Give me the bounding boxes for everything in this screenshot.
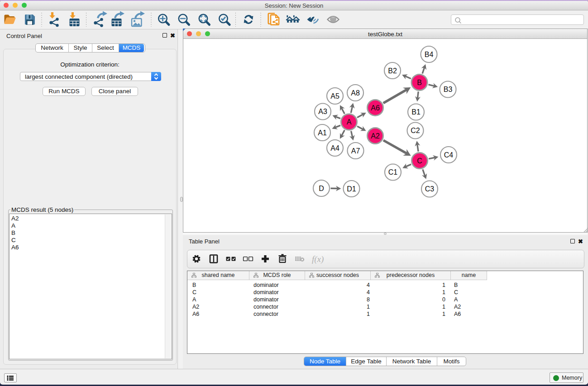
- svg-text:A7: A7: [351, 147, 360, 155]
- svg-text:B2: B2: [388, 67, 397, 75]
- svg-text:B: B: [417, 79, 422, 86]
- svg-text:A3: A3: [318, 108, 327, 115]
- svg-text:B3: B3: [444, 86, 453, 93]
- svg-text:A2: A2: [371, 132, 380, 140]
- svg-text:A8: A8: [351, 89, 360, 97]
- svg-text:D: D: [319, 185, 324, 192]
- svg-text:C1: C1: [388, 168, 398, 176]
- svg-text:A5: A5: [330, 92, 339, 100]
- svg-text:D1: D1: [347, 185, 356, 193]
- svg-text:B1: B1: [411, 108, 421, 116]
- svg-text:A1: A1: [318, 129, 327, 137]
- svg-text:B4: B4: [425, 51, 434, 58]
- svg-text:A6: A6: [371, 104, 380, 112]
- svg-text:C4: C4: [444, 151, 454, 159]
- svg-text:A4: A4: [330, 144, 339, 152]
- svg-text:A: A: [347, 118, 352, 126]
- svg-text:C2: C2: [411, 127, 420, 134]
- svg-text:C3: C3: [425, 185, 435, 193]
- svg-text:C: C: [417, 157, 422, 165]
